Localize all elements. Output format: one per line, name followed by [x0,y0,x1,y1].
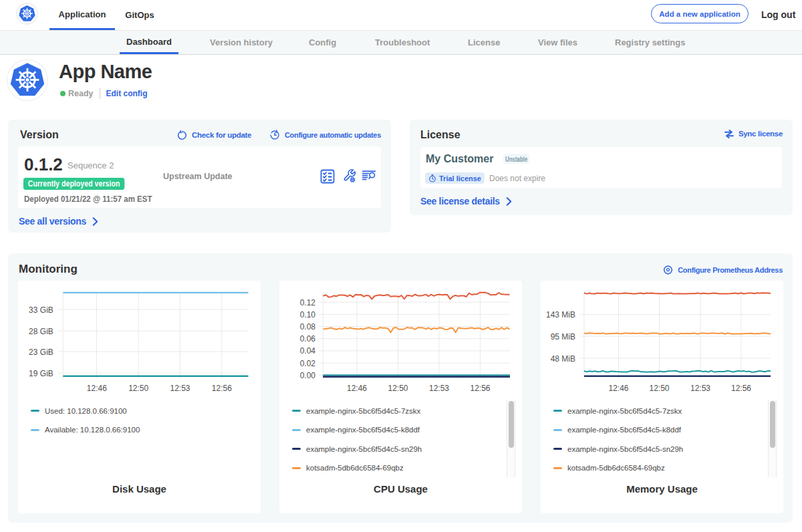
svg-text:0.00: 0.00 [300,371,316,380]
svg-text:12:50: 12:50 [649,384,669,393]
svg-text:0.06: 0.06 [300,334,316,344]
svg-text:12:46: 12:46 [608,384,628,393]
svg-text:12:56: 12:56 [212,384,232,393]
svg-text:12:50: 12:50 [388,384,408,393]
svg-text:12:53: 12:53 [690,384,710,393]
svg-text:12:56: 12:56 [731,384,751,393]
svg-text:12:50: 12:50 [128,384,148,393]
svg-text:33 GiB: 33 GiB [29,305,53,315]
svg-text:0.10: 0.10 [300,310,316,319]
svg-text:0.12: 0.12 [300,298,316,307]
svg-text:0.02: 0.02 [300,359,316,368]
svg-text:12:53: 12:53 [429,384,449,393]
svg-text:143 MiB: 143 MiB [546,310,575,319]
svg-text:12:53: 12:53 [170,384,190,393]
svg-text:0.08: 0.08 [300,322,316,331]
svg-text:12:46: 12:46 [87,384,107,393]
svg-text:95 MiB: 95 MiB [551,332,575,342]
svg-text:0.04: 0.04 [300,346,316,356]
svg-text:12:56: 12:56 [470,384,490,393]
svg-text:19 GiB: 19 GiB [29,369,53,378]
svg-text:28 GiB: 28 GiB [29,327,53,336]
svg-text:48 MiB: 48 MiB [551,354,575,364]
svg-text:23 GiB: 23 GiB [29,348,53,357]
svg-text:12:46: 12:46 [347,384,367,393]
